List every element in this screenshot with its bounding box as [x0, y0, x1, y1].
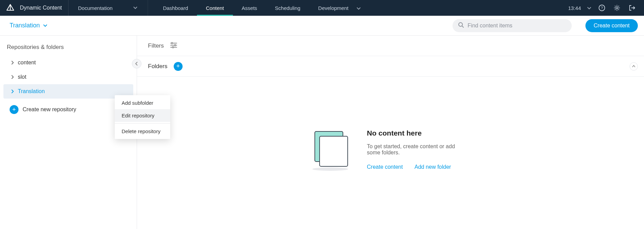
- empty-add-folder-link[interactable]: Add new folder: [414, 164, 451, 170]
- filters-row: Filters: [137, 36, 644, 56]
- svg-rect-20: [320, 136, 348, 166]
- empty-body: To get started, create content or add so…: [367, 143, 470, 156]
- svg-line-12: [462, 26, 464, 28]
- svg-point-11: [459, 23, 462, 26]
- brand-logo-icon: [6, 4, 14, 12]
- section-title: Translation: [10, 22, 40, 29]
- empty-state: No content here To get started, create c…: [137, 77, 644, 229]
- help-icon[interactable]: ?: [597, 3, 606, 12]
- sidebar-heading: Repositories & folders: [0, 44, 137, 55]
- sub-header: Translation Create content: [0, 16, 644, 36]
- add-folder-button[interactable]: +: [174, 62, 183, 71]
- empty-title: No content here: [367, 129, 470, 137]
- brand[interactable]: Dynamic Content: [0, 0, 68, 16]
- svg-line-8: [618, 9, 619, 10]
- svg-line-7: [615, 6, 616, 7]
- folders-label: Folders: [148, 63, 168, 70]
- search-icon: [458, 22, 464, 29]
- brand-name: Dynamic Content: [20, 5, 62, 11]
- caret-down-icon: [43, 24, 47, 27]
- sidebar: Repositories & folders content slot Tran…: [0, 36, 137, 229]
- create-content-button[interactable]: Create content: [585, 19, 638, 32]
- svg-point-21: [312, 167, 348, 171]
- gear-icon[interactable]: [612, 3, 621, 12]
- ctx-edit-repository[interactable]: Edit repository: [115, 109, 170, 122]
- repo-content[interactable]: content: [3, 55, 133, 70]
- nav-items: Dashboard Content Assets Scheduling Deve…: [154, 0, 370, 16]
- chevron-right-icon: [10, 75, 15, 79]
- repo-label: content: [18, 60, 36, 66]
- nav-content[interactable]: Content: [197, 0, 233, 16]
- right-controls: 13:44 ?: [565, 0, 644, 16]
- search-input[interactable]: [468, 23, 566, 29]
- repo-label: slot: [18, 74, 26, 80]
- nav-assets-label: Assets: [242, 5, 257, 11]
- nav-assets[interactable]: Assets: [233, 0, 266, 16]
- caret-down-icon[interactable]: [587, 5, 591, 11]
- filters-icon[interactable]: [170, 42, 177, 49]
- content-area: Filters Folders +: [137, 36, 644, 229]
- svg-point-17: [174, 44, 176, 46]
- chevron-up-icon: [632, 65, 635, 67]
- ctx-separator: [115, 123, 170, 124]
- context-menu: Add subfolder Edit repository Delete rep…: [115, 95, 170, 139]
- plus-icon: +: [10, 105, 18, 114]
- main: Repositories & folders content slot Tran…: [0, 36, 644, 229]
- search-box[interactable]: [453, 19, 572, 32]
- top-nav: Dynamic Content Documentation Dashboard …: [0, 0, 644, 16]
- nav-dashboard[interactable]: Dashboard: [154, 0, 197, 16]
- chevron-right-icon: [10, 61, 15, 65]
- svg-point-18: [172, 47, 174, 48]
- doc-selector[interactable]: Documentation: [68, 0, 148, 16]
- repo-slot[interactable]: slot: [3, 70, 133, 84]
- logout-icon[interactable]: [628, 3, 636, 12]
- nav-scheduling[interactable]: Scheduling: [266, 0, 309, 16]
- doc-selector-label: Documentation: [78, 5, 113, 11]
- create-repository[interactable]: + Create new repository: [3, 104, 133, 115]
- empty-create-content-link[interactable]: Create content: [367, 164, 403, 170]
- nav-development[interactable]: Development: [309, 0, 370, 16]
- nav-dashboard-label: Dashboard: [163, 5, 188, 11]
- nav-development-label: Development: [318, 5, 348, 11]
- svg-point-2: [616, 7, 618, 9]
- repo-translation[interactable]: Translation: [3, 84, 133, 99]
- section-selector[interactable]: Translation: [10, 22, 47, 29]
- clock-display: 13:44: [568, 5, 581, 11]
- repo-label: Translation: [18, 88, 45, 94]
- chevron-right-icon: [10, 89, 15, 93]
- svg-line-10: [618, 6, 619, 7]
- create-repository-label: Create new repository: [23, 106, 76, 113]
- svg-text:?: ?: [601, 6, 603, 10]
- ctx-delete-repository[interactable]: Delete repository: [115, 125, 170, 138]
- empty-text: No content here To get started, create c…: [367, 129, 470, 170]
- caret-down-icon: [357, 5, 361, 11]
- nav-content-label: Content: [206, 5, 224, 11]
- collapse-folders-button[interactable]: [630, 62, 638, 71]
- caret-down-icon: [133, 7, 137, 9]
- ctx-add-subfolder[interactable]: Add subfolder: [115, 97, 170, 109]
- svg-point-16: [171, 42, 173, 44]
- empty-folder-icon: [311, 127, 352, 172]
- repo-list: content slot Translation: [0, 55, 137, 99]
- nav-scheduling-label: Scheduling: [275, 5, 300, 11]
- svg-line-9: [615, 9, 616, 10]
- folders-row: Folders +: [137, 56, 644, 77]
- filters-label: Filters: [148, 42, 164, 49]
